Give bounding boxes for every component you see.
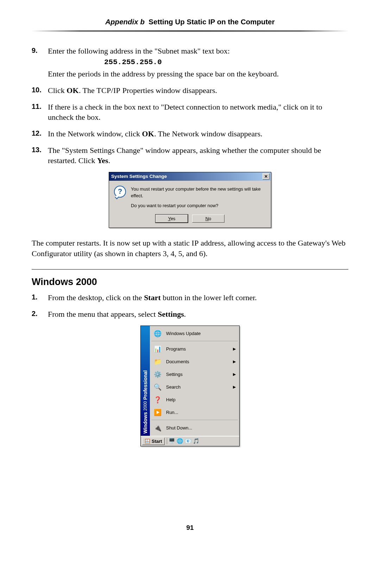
system-settings-change-dialog: System Settings Change ✕ ? You must rest…: [109, 172, 271, 228]
step-number: 2.: [32, 309, 48, 319]
header-title: Setting Up Static IP on the Computer: [148, 18, 274, 26]
step-13: 13. The "System Settings Change" window …: [32, 145, 348, 166]
appendix-label: Appendix b: [105, 18, 145, 26]
page-header: Appendix b Setting Up Static IP on the C…: [32, 18, 348, 30]
yes-button[interactable]: Yes: [156, 215, 188, 223]
dialog-buttons: Yes No: [109, 212, 271, 228]
dialog-title: System Settings Change: [111, 174, 167, 179]
menu-item-settings[interactable]: ⚙️ Settings ▶: [150, 368, 239, 381]
step-12: 12. In the Network window, click OK. The…: [32, 129, 348, 139]
menu-item-windows-update[interactable]: 🌐 Windows Update: [150, 327, 239, 340]
startmenu-screenshot: Windows 2000 Professional 🌐 Windows Upda…: [32, 326, 348, 446]
menu-item-documents[interactable]: 📁 Documents ▶: [150, 355, 239, 368]
shutdown-icon: 🔌: [153, 424, 163, 432]
step-body: From the desktop, click on the Start but…: [48, 292, 348, 303]
dialog-message: You must restart your computer before th…: [131, 186, 266, 209]
windows-flag-icon: 🪟: [145, 439, 150, 444]
quick-launch-tray: 🖥️ 🌐 📧 🎵: [167, 438, 200, 444]
start-button[interactable]: 🪟 Start: [142, 438, 165, 445]
submenu-arrow-icon: ▶: [233, 359, 236, 364]
menu-item-shutdown[interactable]: 🔌 Shut Down...: [150, 422, 239, 434]
outlook-icon[interactable]: 📧: [185, 438, 191, 444]
step-number: 9.: [32, 46, 48, 79]
run-icon: ▶️: [153, 408, 163, 417]
dialog-screenshot: System Settings Change ✕ ? You must rest…: [32, 172, 348, 228]
closing-paragraph: The computer restarts. It is now set up …: [32, 238, 348, 258]
step-number: 12.: [32, 129, 48, 139]
step-body: In the Network window, click OK. The Net…: [48, 129, 348, 139]
menu-item-programs[interactable]: 📊 Programs ▶: [150, 343, 239, 355]
section-divider: [32, 269, 348, 270]
menu-item-help[interactable]: ❓ Help: [150, 394, 239, 406]
page: Appendix b Setting Up Static IP on the C…: [0, 0, 380, 546]
step-body: If there is a check in the box next to "…: [48, 102, 348, 122]
step-number: 13.: [32, 145, 48, 166]
ie-icon[interactable]: 🌐: [177, 438, 183, 444]
header-rule: [32, 30, 348, 32]
programs-icon: 📊: [153, 345, 163, 353]
step-number: 1.: [32, 292, 48, 303]
question-icon: ?: [114, 186, 126, 198]
step-number: 11.: [32, 102, 48, 122]
step-number: 10.: [32, 85, 48, 95]
step-9: 9. Enter the following address in the "S…: [32, 46, 348, 79]
taskbar: 🪟 Start 🖥️ 🌐 📧 🎵: [141, 436, 239, 446]
no-button[interactable]: No: [192, 215, 224, 223]
step-body: From the menu that appears, select Setti…: [48, 309, 348, 319]
startmenu-stripe: Windows 2000 Professional: [141, 326, 150, 436]
menu-separator: [151, 341, 238, 342]
startmenu-items: 🌐 Windows Update 📊 Programs ▶ 📁 Document…: [150, 326, 239, 436]
search-icon: 🔍: [153, 383, 163, 391]
section-heading-windows-2000: Windows 2000: [32, 277, 348, 287]
help-icon: ❓: [153, 396, 163, 404]
step-body: The "System Settings Change" window appe…: [48, 145, 348, 166]
step-11: 11. If there is a check in the box next …: [32, 102, 348, 122]
globe-icon: 🌐: [153, 329, 163, 338]
close-icon[interactable]: ✕: [262, 173, 270, 180]
step-body: Click OK. The TCP/IP Properties window d…: [48, 85, 348, 95]
instructions-list: 9. Enter the following address in the "S…: [32, 46, 348, 166]
subnet-mask-value: 255.255.255.0: [104, 57, 348, 67]
step-body: Enter the following address in the "Subn…: [48, 46, 348, 79]
settings-icon: ⚙️: [153, 370, 163, 379]
start-menu: Windows 2000 Professional 🌐 Windows Upda…: [140, 326, 240, 446]
menu-item-run[interactable]: ▶️ Run...: [150, 406, 239, 419]
submenu-arrow-icon: ▶: [233, 385, 236, 389]
menu-separator: [151, 420, 238, 421]
win2000-step-1: 1. From the desktop, click on the Start …: [32, 292, 348, 303]
media-icon[interactable]: 🎵: [193, 438, 200, 444]
menu-item-search[interactable]: 🔍 Search ▶: [150, 381, 239, 394]
submenu-arrow-icon: ▶: [233, 347, 236, 351]
documents-icon: 📁: [153, 358, 163, 366]
instructions-list-win2000: 1. From the desktop, click on the Start …: [32, 292, 348, 319]
win2000-step-2: 2. From the menu that appears, select Se…: [32, 309, 348, 319]
desktop-icon[interactable]: 🖥️: [169, 438, 175, 444]
dialog-titlebar: System Settings Change ✕: [109, 172, 271, 181]
page-number: 91: [32, 524, 348, 532]
submenu-arrow-icon: ▶: [233, 372, 236, 377]
dialog-content: ? You must restart your computer before …: [109, 181, 271, 212]
step-10: 10. Click OK. The TCP/IP Properties wind…: [32, 85, 348, 95]
